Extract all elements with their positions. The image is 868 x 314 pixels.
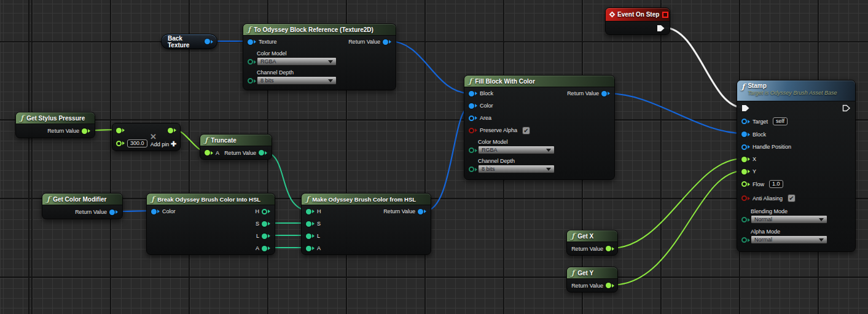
node-title: To Odyssey Block Reference (Texture2D) bbox=[254, 26, 373, 33]
node-header[interactable]: ƒ Stamp Target is Odyssey Brush Asset Ba… bbox=[737, 80, 855, 101]
blending-mode-dropdown[interactable]: Normal bbox=[751, 215, 827, 224]
node-header[interactable]: ƒ Fill Block With Color bbox=[464, 76, 614, 87]
pin-return-output[interactable] bbox=[606, 283, 614, 288]
pin-x-input[interactable] bbox=[741, 157, 750, 162]
flow-value-field[interactable]: 1.0 bbox=[769, 180, 783, 188]
pin-label-flow: Flow bbox=[753, 181, 764, 187]
pin-a-input[interactable] bbox=[205, 150, 213, 155]
pin-back-texture-output[interactable] bbox=[205, 39, 213, 44]
node-get-color-modifier[interactable]: ƒ Get Color Modifier Return Value bbox=[42, 193, 123, 219]
node-event-on-step[interactable]: Event On Step bbox=[605, 7, 670, 35]
pin-h-output[interactable] bbox=[262, 209, 270, 214]
node-multiply[interactable]: 300.0 ✕ Add pin ✚ bbox=[112, 123, 181, 151]
wire-exec-event-to-stamp[interactable] bbox=[664, 28, 743, 108]
pin-s-input[interactable] bbox=[306, 221, 315, 227]
node-header[interactable]: ƒ Get Color Modifier bbox=[42, 194, 122, 205]
pin-color-input[interactable] bbox=[469, 103, 477, 109]
node-header[interactable]: ƒ Truncate bbox=[200, 135, 272, 146]
pin-label-l: L bbox=[256, 233, 259, 239]
pin-channel-depth-input[interactable] bbox=[248, 78, 256, 84]
multiply-value-field[interactable]: 300.0 bbox=[127, 139, 147, 147]
pin-label-return: Return Value bbox=[75, 209, 107, 215]
node-break-odyssey-brush-color[interactable]: ƒ Break Odyssey Brush Color Into HSL Col… bbox=[146, 193, 275, 255]
node-title: Event On Step bbox=[617, 11, 659, 18]
pin-return-output[interactable] bbox=[601, 91, 610, 96]
pin-s-output[interactable] bbox=[262, 221, 270, 227]
blueprint-graph-canvas[interactable]: Back Texture ƒ To Odyssey Block Referenc… bbox=[0, 0, 868, 314]
add-pin-button[interactable]: Add pin ✚ bbox=[151, 140, 176, 148]
wire-gety-to-stamp-y[interactable] bbox=[611, 171, 743, 285]
node-header[interactable]: Event On Step bbox=[606, 8, 670, 22]
node-to-odyssey-block-reference[interactable]: ƒ To Odyssey Block Reference (Texture2D)… bbox=[243, 23, 396, 90]
wire-fillreturn-to-stampblock[interactable] bbox=[608, 93, 743, 133]
alpha-mode-dropdown[interactable]: Normal bbox=[751, 235, 827, 244]
node-truncate[interactable]: ƒ Truncate A Return Value bbox=[200, 134, 272, 160]
pin-return-output[interactable] bbox=[82, 128, 90, 134]
node-header[interactable]: ƒ Get Stylus Pressure bbox=[16, 112, 95, 124]
pin-multiply-input-b[interactable] bbox=[116, 141, 125, 146]
node-title: Fill Block With Color bbox=[475, 78, 535, 85]
pin-return-output[interactable] bbox=[109, 210, 118, 215]
wire-toodyssey-to-fillblock[interactable] bbox=[389, 41, 471, 93]
pin-l-output[interactable] bbox=[262, 234, 270, 239]
add-pin-label: Add pin bbox=[151, 141, 170, 147]
pin-texture-input[interactable] bbox=[248, 39, 256, 45]
node-back-texture[interactable]: Back Texture bbox=[161, 34, 217, 49]
pin-a-input[interactable] bbox=[306, 246, 315, 251]
wire-getx-to-stamp-x[interactable] bbox=[611, 159, 743, 248]
exec-input-pin[interactable] bbox=[741, 104, 750, 112]
node-header[interactable]: ƒ Get X bbox=[567, 230, 617, 242]
node-get-stylus-pressure[interactable]: ƒ Get Stylus Pressure Return Value bbox=[15, 112, 95, 138]
pin-l-input[interactable] bbox=[306, 234, 315, 239]
pin-multiply-input-a[interactable] bbox=[116, 128, 125, 133]
preserve-alpha-checkbox[interactable]: ✔ bbox=[522, 127, 530, 135]
node-fill-block-with-color[interactable]: ƒ Fill Block With Color Block Return Val… bbox=[464, 75, 615, 180]
target-value-field[interactable]: self bbox=[773, 117, 788, 125]
pin-return-output[interactable] bbox=[259, 150, 267, 155]
pin-color-model-input[interactable] bbox=[248, 59, 256, 65]
node-header[interactable]: ƒ Get Y bbox=[567, 267, 617, 279]
pin-h-input[interactable] bbox=[306, 209, 315, 214]
pin-blending-mode-input[interactable] bbox=[741, 217, 750, 222]
pin-color-input[interactable] bbox=[151, 209, 160, 214]
node-get-x[interactable]: ƒ Get X Return Value bbox=[566, 230, 618, 256]
exec-output-pin[interactable] bbox=[657, 25, 665, 32]
color-model-dropdown[interactable]: RGBA bbox=[478, 146, 555, 154]
pin-color-model-input[interactable] bbox=[469, 147, 477, 153]
pin-label-return: Return Value bbox=[348, 39, 380, 45]
pin-return-output[interactable] bbox=[418, 209, 426, 214]
alpha-mode-label: Alpha Mode bbox=[751, 229, 851, 235]
node-make-odyssey-brush-color[interactable]: ƒ Make Odyssey Brush Color from HSL H Re… bbox=[301, 193, 431, 255]
pin-preserve-alpha-input[interactable] bbox=[469, 128, 477, 133]
color-model-dropdown[interactable]: RGBA bbox=[257, 57, 337, 66]
pin-alpha-mode-input[interactable] bbox=[741, 237, 750, 243]
node-header[interactable]: ƒ To Odyssey Block Reference (Texture2D) bbox=[243, 24, 396, 36]
node-header[interactable]: ƒ Break Odyssey Brush Color Into HSL bbox=[147, 194, 275, 205]
chevron-down-icon bbox=[328, 60, 333, 63]
pin-handle-position-input[interactable] bbox=[741, 144, 750, 150]
node-stamp[interactable]: ƒ Stamp Target is Odyssey Brush Asset Ba… bbox=[737, 80, 856, 252]
node-get-y[interactable]: ƒ Get Y Return Value bbox=[566, 267, 618, 292]
exec-output-pin[interactable] bbox=[842, 104, 851, 112]
pin-area-input[interactable] bbox=[469, 116, 477, 121]
channel-depth-dropdown[interactable]: 8 bits bbox=[257, 76, 337, 85]
pin-return-output[interactable] bbox=[606, 246, 614, 251]
channel-depth-dropdown[interactable]: 8 bits bbox=[478, 165, 555, 173]
pin-label-return: Return Value bbox=[224, 150, 256, 156]
function-icon: ƒ bbox=[571, 269, 574, 277]
pin-target-input[interactable] bbox=[741, 119, 750, 124]
pin-return-output[interactable] bbox=[383, 39, 391, 45]
pin-anti-aliasing-input[interactable] bbox=[741, 195, 750, 201]
pin-y-input[interactable] bbox=[741, 169, 750, 175]
pin-a-output[interactable] bbox=[262, 246, 270, 251]
pin-flow-input[interactable] bbox=[741, 181, 750, 187]
anti-aliasing-checkbox[interactable]: ✔ bbox=[788, 194, 796, 202]
event-icon bbox=[609, 12, 616, 18]
pin-block-input[interactable] bbox=[469, 91, 477, 96]
pin-label-l: L bbox=[317, 233, 320, 239]
pin-multiply-output[interactable] bbox=[168, 128, 176, 133]
node-header[interactable]: ƒ Make Odyssey Brush Color from HSL bbox=[302, 194, 431, 205]
color-model-value: RGBA bbox=[260, 58, 276, 65]
pin-block-input[interactable] bbox=[741, 131, 750, 137]
pin-channel-depth-input[interactable] bbox=[469, 167, 477, 172]
